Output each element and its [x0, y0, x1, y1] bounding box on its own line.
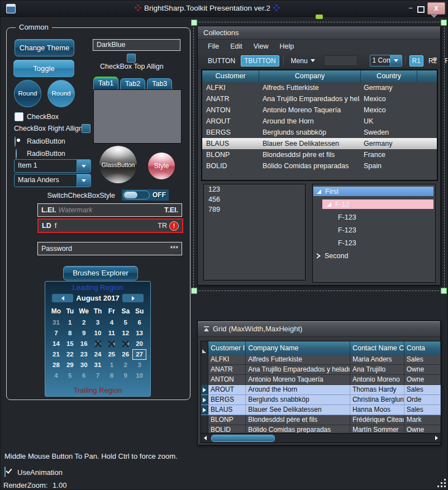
- grid-cell[interactable]: Sales: [404, 405, 441, 415]
- calendar-day[interactable]: 6: [77, 370, 91, 381]
- combo-item[interactable]: Item 1: [14, 159, 91, 173]
- calendar-day[interactable]: 10: [91, 328, 105, 339]
- row-header[interactable]: [201, 405, 208, 415]
- table-row[interactable]: BERGSBerglunds snabbköpSweden: [202, 127, 437, 138]
- grid-cell[interactable]: Blondesddsl père et fils: [246, 415, 350, 425]
- toolbar-button[interactable]: BUTTON: [204, 55, 239, 66]
- calendar-day[interactable]: 29: [63, 360, 77, 370]
- toolbar-menu-button[interactable]: Menu: [288, 55, 318, 66]
- calendar-day[interactable]: 18: [104, 339, 118, 349]
- row-header[interactable]: [201, 365, 208, 374]
- grid-cell[interactable]: Sales: [404, 385, 441, 394]
- calendar-day[interactable]: 5: [63, 370, 77, 381]
- close-button[interactable]: X: [427, 2, 445, 15]
- calendar-day[interactable]: 8: [104, 370, 118, 381]
- tree-item-first[interactable]: First: [313, 187, 433, 196]
- style-button[interactable]: Style: [148, 153, 175, 179]
- grid-column-header-0[interactable]: Customer ID: [208, 341, 246, 355]
- resize-handle-bottom-left[interactable]: [191, 288, 197, 294]
- calendar-day[interactable]: 3: [91, 317, 105, 328]
- grid-row[interactable]: ANTONAntonio Moreno TaqueríaAntonio More…: [201, 375, 441, 385]
- table-row[interactable]: ANTONAntonio Moreno TaqueríaMexico: [202, 104, 437, 116]
- grid-cell[interactable]: Hanna Moos: [350, 405, 404, 415]
- radio-button-1[interactable]: [15, 136, 16, 147]
- grid-cell[interactable]: Frédérique Citeaux: [350, 415, 404, 425]
- use-animation-checkbox[interactable]: [4, 467, 6, 477]
- theme-textbox[interactable]: DarkBlue: [93, 39, 180, 51]
- switch-checkbox[interactable]: OFF: [122, 189, 169, 201]
- calendar-day[interactable]: 31: [49, 317, 63, 328]
- grid-row[interactable]: AROUTAround the HornThomas HardySales: [201, 385, 441, 395]
- grid-cell[interactable]: Ana Trujillo: [350, 365, 404, 374]
- grid-cell[interactable]: Orde: [404, 395, 441, 405]
- tab-tab2[interactable]: Tab2: [120, 78, 145, 89]
- grid-column-header-1[interactable]: Company Name: [246, 341, 350, 355]
- toolbar-radio-r1[interactable]: R1: [409, 55, 423, 66]
- combo-customer[interactable]: Maria Anders: [14, 174, 91, 187]
- scroll-right-button[interactable]: [432, 436, 441, 440]
- grid-title-bar[interactable]: Grid (MaxWidth,MaxHeight): [198, 321, 440, 337]
- table-row[interactable]: BLONPBlondesddsl père et filsFrance: [202, 149, 437, 160]
- grid-cell[interactable]: Sales: [404, 355, 441, 364]
- grid-row[interactable]: BERGSBerglunds snabbköpChristina Berglun…: [201, 395, 441, 405]
- calendar-day[interactable]: 22: [63, 349, 77, 360]
- calendar-day[interactable]: 31: [91, 360, 105, 370]
- combo-item-arrow[interactable]: [77, 160, 90, 172]
- toolbar-overflow-button[interactable]: [432, 58, 437, 61]
- expander-closed-icon[interactable]: [317, 253, 321, 259]
- calendar-day[interactable]: 16: [77, 339, 91, 349]
- toolbar-textbox[interactable]: [324, 55, 358, 66]
- menu-edit[interactable]: Edit: [225, 41, 248, 51]
- tab-tab1[interactable]: Tab1: [93, 77, 118, 89]
- tab-tab3[interactable]: Tab3: [147, 78, 172, 89]
- table-row[interactable]: AROUTAround the HornUK: [202, 116, 437, 127]
- calendar-day[interactable]: 4: [104, 317, 118, 328]
- calendar-day[interactable]: 1: [63, 317, 77, 328]
- error-textbox[interactable]: LD f TR !: [37, 218, 183, 233]
- calendar-day[interactable]: 11: [104, 328, 118, 339]
- calendar-day[interactable]: 2: [118, 360, 132, 370]
- resize-handle-bottom-right[interactable]: [441, 288, 447, 294]
- calendar-day[interactable]: 9: [118, 370, 132, 381]
- calendar-day[interactable]: 7: [91, 370, 105, 381]
- calendar-day[interactable]: 4: [49, 370, 63, 381]
- calendar-prev-button[interactable]: [52, 294, 73, 302]
- datagrid-corner[interactable]: [201, 341, 208, 355]
- toolbar-combobox[interactable]: 1 Com: [370, 55, 402, 66]
- grid-cell[interactable]: Christina Berglund: [350, 395, 404, 405]
- switch-track[interactable]: [123, 191, 150, 199]
- scroll-left-button[interactable]: [201, 436, 209, 440]
- tree-item-f-12[interactable]: F-12: [322, 199, 433, 209]
- maximize-button[interactable]: [416, 3, 426, 14]
- calendar-day[interactable]: 8: [63, 328, 77, 339]
- watermark-textbox[interactable]: L.EI. Watermark T.EI.: [37, 203, 182, 217]
- tree-item-f-123[interactable]: F-123: [313, 212, 433, 222]
- title-bar[interactable]: BrightSharp.Toolkit Presentation ver.2 −…: [1, 1, 447, 17]
- row-header[interactable]: [201, 385, 208, 394]
- checkbox[interactable]: [15, 112, 23, 121]
- grid-cell[interactable]: ANATR: [208, 365, 246, 374]
- row-header[interactable]: [201, 375, 208, 384]
- grid-cell[interactable]: Owne: [404, 365, 441, 374]
- grid-cell[interactable]: Alfreds Futterkiste: [246, 355, 350, 364]
- toolbar-combobox-arrow[interactable]: [390, 55, 402, 66]
- calendar-day[interactable]: 19: [118, 339, 132, 349]
- grid-cell[interactable]: Mark: [404, 415, 441, 425]
- calendar-day[interactable]: 2: [77, 317, 91, 328]
- checkbox-top-align[interactable]: [127, 54, 136, 63]
- calendar-day[interactable]: 25: [104, 349, 118, 360]
- calendar-day[interactable]: 14: [49, 339, 63, 349]
- grid-cell[interactable]: ANTON: [208, 375, 246, 384]
- list-item[interactable]: 123: [204, 184, 305, 194]
- calendar-day[interactable]: 3: [132, 360, 146, 370]
- grid-cell[interactable]: Maria Anders: [350, 355, 404, 364]
- collections-title-bar[interactable]: Collections: [198, 26, 440, 40]
- column-header-country[interactable]: Country: [361, 70, 417, 82]
- column-header-company[interactable]: Company: [259, 70, 361, 82]
- grid-cell[interactable]: Owne: [404, 375, 441, 384]
- grid-row[interactable]: ALFKIAlfreds FutterkisteMaria AndersSale…: [201, 355, 441, 365]
- row-header[interactable]: [201, 355, 208, 364]
- calendar-day[interactable]: 17: [91, 339, 105, 349]
- row-header[interactable]: [201, 395, 208, 405]
- toolbar-toggle-button[interactable]: TBUTTON: [241, 55, 279, 66]
